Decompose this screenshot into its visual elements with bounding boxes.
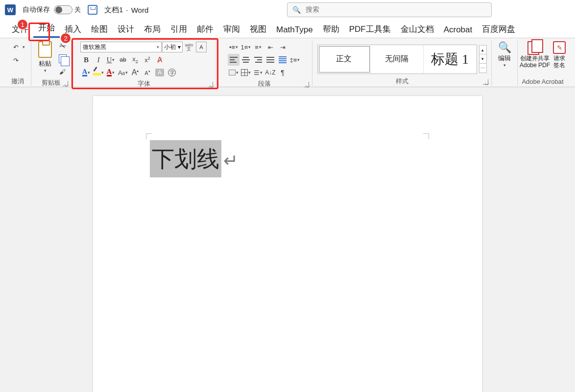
- group-edit: 🔍 编辑 ▾: [492, 40, 518, 86]
- tab-view[interactable]: 视图: [245, 21, 271, 38]
- style-heading1[interactable]: 标题 1: [424, 45, 477, 74]
- align-center-button[interactable]: [240, 54, 252, 66]
- chevron-down-icon: ▾: [503, 63, 506, 68]
- tab-layout[interactable]: 布局: [139, 21, 166, 38]
- paste-button[interactable]: 粘贴 ▾: [34, 40, 56, 73]
- group-label-undo: 撤消: [6, 76, 29, 86]
- group-clipboard: 粘贴 ▾ ✂ 🖌 剪贴板: [31, 40, 72, 86]
- create-share-pdf-button[interactable]: 创建并共享Adobe PDF: [520, 40, 550, 69]
- grow-font-button[interactable]: A▴: [129, 67, 141, 78]
- paste-label: 粘贴: [39, 59, 51, 68]
- tab-mailings[interactable]: 邮件: [192, 21, 218, 38]
- search-input[interactable]: 🔍 搜索: [287, 2, 492, 17]
- redo-button[interactable]: ↷: [10, 54, 22, 66]
- gallery-more-button[interactable]: ⋯: [479, 64, 487, 73]
- cut-button[interactable]: ✂: [57, 40, 69, 52]
- underline-button[interactable]: U▾: [105, 54, 117, 66]
- show-marks-button[interactable]: ¶: [277, 67, 288, 78]
- tab-pdftools[interactable]: PDF工具集: [344, 21, 396, 38]
- shading-button[interactable]: ▾: [228, 67, 240, 78]
- align-justify-button[interactable]: [264, 54, 276, 66]
- change-case-button[interactable]: Aa▾: [117, 67, 129, 78]
- clear-formatting-button[interactable]: A̷: [154, 54, 166, 66]
- character-shading-button[interactable]: A: [154, 67, 166, 78]
- subscript-icon: x2: [132, 55, 138, 64]
- request-signature-button[interactable]: ✎ 请求签名: [553, 40, 566, 69]
- line-spacing-button[interactable]: ‡≡▾: [289, 54, 301, 66]
- group-label-edit: [494, 76, 515, 86]
- margin-mark-icon: [146, 133, 152, 139]
- subscript-button[interactable]: x2: [129, 54, 141, 66]
- highlight-button[interactable]: ▾: [93, 67, 104, 78]
- tab-references[interactable]: 引用: [166, 21, 192, 38]
- tab-design[interactable]: 设计: [113, 21, 139, 38]
- tab-baidu[interactable]: 百度网盘: [477, 21, 520, 38]
- font-name-input[interactable]: 微软雅黑▾: [80, 42, 162, 52]
- edit-button[interactable]: 🔍 编辑 ▾: [494, 40, 515, 68]
- align-distributed-icon: [279, 56, 287, 63]
- style-no-spacing[interactable]: 无间隔: [371, 45, 424, 74]
- undo-button[interactable]: ↶: [10, 41, 22, 53]
- clipboard-launcher-icon[interactable]: [63, 81, 68, 86]
- group-label-paragraph: 段落: [218, 78, 310, 88]
- superscript-button[interactable]: x2: [142, 54, 153, 66]
- font-launcher-icon[interactable]: [208, 82, 213, 87]
- text-effects-button[interactable]: A▾: [80, 67, 92, 78]
- align-left-button[interactable]: [228, 54, 240, 66]
- tab-kingsoft[interactable]: 金山文档: [396, 21, 439, 38]
- tab-file[interactable]: 文件: [7, 21, 33, 38]
- autosave-toggle[interactable]: [54, 5, 72, 14]
- align-distributed-button[interactable]: [277, 54, 288, 66]
- multilevel-icon: ≡: [255, 44, 259, 51]
- paragraph-launcher-icon[interactable]: [304, 82, 309, 87]
- bullets-button[interactable]: •≡▾: [228, 41, 240, 53]
- asian-layout-button[interactable]: ☰▾: [252, 67, 264, 78]
- indent-icon: ⇥: [280, 44, 286, 51]
- tab-mathtype[interactable]: MathType: [271, 22, 318, 38]
- style-normal[interactable]: 正文: [318, 45, 371, 74]
- styles-gallery-controls: ▴ ▾ ⋯: [479, 45, 487, 73]
- paste-icon: [38, 41, 52, 58]
- format-painter-button[interactable]: 🖌: [57, 66, 69, 77]
- character-border-button[interactable]: A: [195, 41, 207, 53]
- title-bar: W 自动保存 关 文档1 - Word 🔍 搜索: [0, 0, 575, 20]
- document-selected-text[interactable]: 下划线: [150, 140, 221, 177]
- search-placeholder: 搜索: [306, 5, 319, 14]
- font-size-input[interactable]: 小初▾: [162, 42, 183, 52]
- bullets-icon: •≡: [229, 44, 235, 51]
- gallery-up-button[interactable]: ▴: [479, 45, 487, 54]
- font-color-button[interactable]: A▾: [105, 67, 117, 78]
- borders-button[interactable]: ▾: [240, 67, 252, 78]
- tab-acrobat[interactable]: Acrobat: [439, 22, 478, 38]
- styles-launcher-icon[interactable]: [483, 79, 488, 85]
- bold-button[interactable]: B: [80, 54, 92, 66]
- signature-icon: ✎: [553, 41, 566, 54]
- strikethrough-button[interactable]: ab: [117, 54, 129, 66]
- enclose-icon: 字: [168, 69, 176, 76]
- tab-review[interactable]: 审阅: [218, 21, 245, 38]
- shrink-font-button[interactable]: A▾: [142, 67, 153, 78]
- borders-icon: [241, 69, 248, 76]
- copy-button[interactable]: [57, 53, 69, 65]
- page[interactable]: 下划线↵: [93, 96, 482, 392]
- italic-button[interactable]: I: [93, 54, 104, 66]
- app-name: Word: [131, 6, 149, 14]
- paste-dropdown-icon[interactable]: ▾: [44, 68, 47, 73]
- save-icon[interactable]: [88, 5, 97, 15]
- numbering-button[interactable]: 1≡▾: [240, 41, 252, 53]
- tab-home[interactable]: 开始: [33, 19, 60, 38]
- tab-draw[interactable]: 绘图: [86, 21, 113, 38]
- increase-indent-button[interactable]: ⇥: [277, 41, 288, 53]
- multilevel-list-button[interactable]: ≡▾: [252, 41, 264, 53]
- group-label-font: 字体: [73, 78, 214, 88]
- tab-help[interactable]: 帮助: [318, 21, 344, 38]
- phonetic-guide-button[interactable]: wén文: [183, 41, 195, 53]
- undo-dropdown-icon[interactable]: ▾: [23, 45, 25, 49]
- tab-insert[interactable]: 插入: [60, 21, 86, 38]
- align-right-button[interactable]: [252, 54, 264, 66]
- shading-icon: [229, 70, 236, 75]
- sort-button[interactable]: A↓Z: [264, 67, 276, 78]
- enclose-characters-button[interactable]: 字: [166, 67, 178, 78]
- decrease-indent-button[interactable]: ⇤: [264, 41, 276, 53]
- gallery-down-button[interactable]: ▾: [479, 54, 487, 64]
